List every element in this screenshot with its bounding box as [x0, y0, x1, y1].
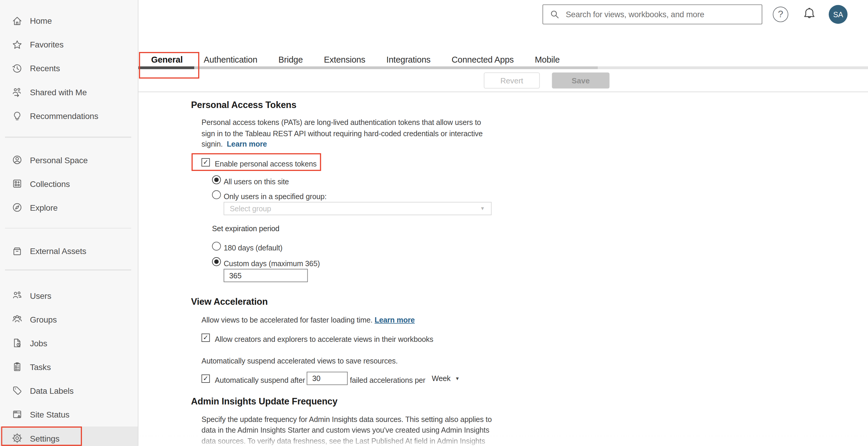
sidebar-item-label: Home [30, 16, 52, 26]
sidebar-item-label: Site Status [30, 410, 69, 419]
sidebar-item-label: Shared with Me [30, 88, 87, 97]
lightbulb-icon [11, 110, 23, 122]
pat-section-title: Personal Access Tokens [191, 100, 297, 110]
users-icon [11, 290, 23, 301]
all-users-radio[interactable] [212, 175, 221, 184]
specified-group-radio[interactable] [212, 190, 221, 199]
revert-button[interactable]: Revert [484, 72, 539, 89]
all-users-label: All users on this site [224, 176, 289, 187]
gear-icon [11, 433, 23, 444]
sidebar-item-site-status[interactable]: Site Status [0, 402, 138, 426]
save-button[interactable]: Save [552, 72, 610, 89]
chevron-down-icon: ▼ [480, 206, 485, 211]
sidebar-item-label: Users [30, 291, 51, 300]
compass-icon [11, 202, 23, 213]
specified-group-label: Only users in a specified group: [224, 191, 327, 202]
pat-description-line2: sign in to the Tableau REST API without … [202, 128, 483, 139]
sidebar-item-data-labels[interactable]: Data Labels [0, 379, 138, 402]
sidebar-item-collections[interactable]: Collections [0, 172, 138, 196]
sidebar-item-external-assets[interactable]: External Assets [0, 239, 138, 263]
jobs-icon [11, 337, 23, 348]
sidebar-item-label: Settings [30, 434, 60, 443]
sidebar-divider [5, 228, 131, 229]
sidebar-item-favorites[interactable]: Favorites [0, 33, 138, 56]
expiration-period-label: Set expiration period [212, 224, 279, 234]
sidebar-item-explore[interactable]: Explore [0, 196, 138, 219]
sidebar-item-users[interactable]: Users [0, 283, 138, 307]
groups-icon [11, 314, 23, 324]
sidebar-item-home[interactable]: Home [0, 9, 138, 33]
sidebar-item-label: Personal Space [30, 155, 88, 165]
sidebar-item-label: Recents [30, 64, 60, 73]
notifications-bell-icon[interactable] [801, 6, 817, 23]
allow-acceleration-checkbox[interactable]: ✓ [202, 333, 210, 342]
group-select-dropdown[interactable]: Select group ▼ [224, 202, 492, 215]
view-acceleration-learn-more-link[interactable]: Learn more [374, 316, 414, 324]
group-select-placeholder: Select group [230, 204, 271, 213]
search-icon [550, 9, 560, 20]
tab-extensions[interactable]: Extensions [324, 55, 365, 65]
avatar[interactable]: SA [829, 5, 847, 24]
collections-icon [11, 178, 23, 189]
suspend-count-input[interactable] [307, 372, 348, 385]
admin-insights-line3: data sources. To verify data freshness, … [202, 436, 485, 446]
auto-suspend-suffix-label: failed accelerations per [350, 375, 425, 385]
admin-insights-line1: Specify the update frequency for Admin I… [202, 414, 492, 425]
sidebar-item-label: Explore [30, 203, 58, 212]
tab-underline [598, 66, 868, 69]
sidebar: Home Favorites Recents Shared with Me Re… [0, 0, 138, 446]
sidebar-item-jobs[interactable]: Jobs [0, 331, 138, 355]
custom-days-radio[interactable] [212, 257, 221, 266]
sidebar-item-settings[interactable]: Settings [0, 426, 138, 446]
site-status-icon [11, 409, 23, 420]
person-circle-icon [11, 154, 23, 165]
sidebar-item-label: Jobs [30, 338, 47, 348]
days-180-label: 180 days (default) [224, 242, 282, 253]
enable-pat-checkbox[interactable]: ✓ [202, 158, 210, 166]
sidebar-item-label: Groups [30, 314, 57, 324]
tableau-settings-page: Home Favorites Recents Shared with Me Re… [0, 0, 868, 446]
allow-acceleration-label: Allow creators and explorers to accelera… [215, 334, 433, 345]
sidebar-item-groups[interactable]: Groups [0, 307, 138, 331]
shared-with-me-icon [11, 87, 23, 98]
sidebar-divider [5, 269, 131, 270]
search-input[interactable] [564, 9, 762, 20]
tab-general[interactable]: General [151, 55, 183, 65]
sidebar-item-label: Favorites [30, 40, 64, 49]
tab-integrations[interactable]: Integrations [386, 55, 431, 65]
sidebar-item-personal-space[interactable]: Personal Space [0, 148, 138, 172]
toolbar-divider [138, 92, 868, 92]
sidebar-item-label: Data Labels [30, 386, 74, 395]
pat-description-line1: Personal access tokens (PATs) are long-l… [202, 117, 481, 128]
tab-bridge[interactable]: Bridge [278, 55, 303, 65]
tab-connected-apps[interactable]: Connected Apps [452, 55, 514, 65]
sidebar-item-shared-with-me[interactable]: Shared with Me [0, 80, 138, 104]
sidebar-divider [5, 137, 131, 137]
settings-tab-bar: General Authentication Bridge Extensions… [138, 55, 868, 65]
sidebar-item-tasks[interactable]: Tasks [0, 355, 138, 379]
pat-learn-more-link[interactable]: Learn more [227, 140, 267, 148]
admin-insights-title: Admin Insights Update Frequency [191, 396, 337, 407]
view-acceleration-description: Allow views to be accelerated for faster… [202, 315, 415, 325]
auto-suspend-checkbox[interactable]: ✓ [202, 374, 210, 382]
tag-icon [11, 385, 23, 396]
help-icon[interactable]: ? [773, 6, 788, 22]
star-icon [11, 39, 23, 50]
sidebar-item-recommendations[interactable]: Recommendations [0, 104, 138, 128]
tab-authentication[interactable]: Authentication [204, 55, 257, 65]
tasks-icon [11, 361, 23, 372]
admin-insights-line2: data in the Admin Insights Starter and c… [202, 425, 489, 436]
chevron-down-icon[interactable]: ▼ [455, 376, 460, 381]
sidebar-item-recents[interactable]: Recents [0, 56, 138, 80]
history-icon [11, 63, 23, 74]
tab-mobile[interactable]: Mobile [535, 55, 560, 65]
days-180-radio[interactable] [212, 242, 221, 251]
custom-days-input[interactable] [224, 269, 308, 282]
sidebar-item-label: Recommendations [30, 111, 98, 121]
global-search [542, 4, 762, 24]
tab-scrollbar-thumb[interactable] [138, 66, 194, 69]
suspend-description: Automatically suspend accelerated views … [202, 355, 398, 366]
custom-days-label: Custom days (maximum 365) [224, 258, 320, 269]
view-acceleration-title: View Acceleration [191, 297, 268, 307]
period-dropdown[interactable]: Week [432, 375, 451, 383]
